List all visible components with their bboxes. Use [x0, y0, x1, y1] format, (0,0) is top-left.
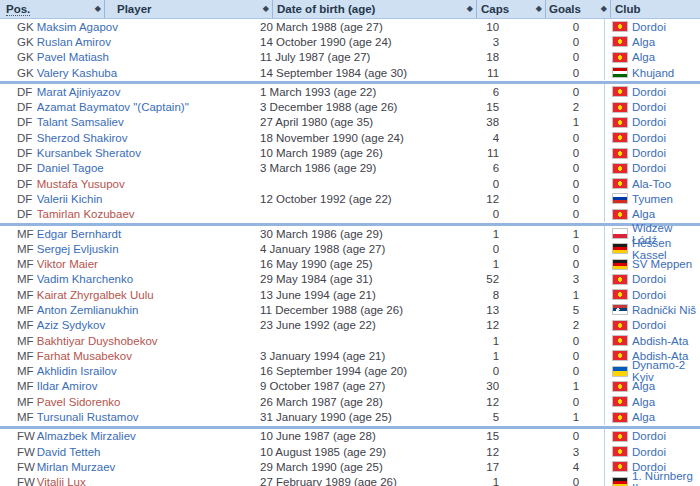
- column-header-dob[interactable]: Date of birth (age) ◆: [273, 0, 477, 18]
- player-link[interactable]: Tursunali Rustamov: [37, 411, 139, 423]
- player-link[interactable]: Pavel Sidorenko: [37, 396, 121, 408]
- club-link[interactable]: 1. Nürnberg II: [632, 470, 700, 486]
- player-link[interactable]: David Tetteh: [37, 446, 101, 458]
- table-row: MFSergej Evljuskin4 January 1988 (age 27…: [0, 241, 700, 256]
- position-cell: MF: [0, 396, 37, 408]
- player-link[interactable]: Sherzod Shakirov: [37, 132, 128, 144]
- club-link[interactable]: Radnički Niš: [632, 304, 696, 316]
- club-link[interactable]: Dordoi: [632, 21, 666, 33]
- dob-cell: 11 December 1988 (age 26): [260, 304, 436, 316]
- flag-ukraine-icon: [612, 366, 628, 377]
- goals-cell: 0: [499, 86, 604, 98]
- column-header-player[interactable]: Player ◆: [105, 0, 273, 18]
- flag-germany-icon: [612, 477, 628, 486]
- club-link[interactable]: Dordoi: [632, 101, 666, 113]
- club-link[interactable]: Tyumen: [632, 193, 673, 205]
- player-link[interactable]: Pavel Matiash: [37, 51, 109, 63]
- club-link[interactable]: Alga: [632, 51, 655, 63]
- player-link[interactable]: Kursanbek Sheratov: [37, 147, 141, 159]
- club-link[interactable]: Dordoi: [632, 319, 666, 331]
- table-row: MFPavel Sidorenko26 March 1987 (age 28)1…: [0, 394, 700, 409]
- club-link[interactable]: Dordoi: [632, 273, 666, 285]
- flag-kyrgyzstan-icon: [612, 320, 628, 331]
- dob-cell: 23 June 1992 (age 22): [260, 319, 436, 331]
- club-link[interactable]: Dordoi: [632, 162, 666, 174]
- club-link[interactable]: Alga: [632, 208, 655, 220]
- table-row: MFKairat Zhyrgalbek Uulu13 June 1994 (ag…: [0, 287, 700, 302]
- table-row: GKValery Kashuba14 September 1984 (age 3…: [0, 65, 700, 80]
- position-cell: MF: [0, 380, 37, 392]
- dob-cell: 27 April 1980 (age 35): [260, 116, 436, 128]
- player-link[interactable]: Valerii Kichin: [37, 193, 103, 205]
- sort-icon[interactable]: ◆: [263, 5, 269, 13]
- caps-header-label: Caps: [481, 3, 509, 15]
- position-cell: FW: [0, 476, 37, 486]
- player-link[interactable]: Edgar Bernhardt: [37, 228, 121, 240]
- club-link[interactable]: Alga: [632, 396, 655, 408]
- club-link[interactable]: Ala-Too: [632, 178, 671, 190]
- player-link[interactable]: Sergej Evljuskin: [37, 243, 119, 255]
- player-link[interactable]: Ildar Amirov: [37, 380, 98, 392]
- club-link[interactable]: Dordoi: [632, 86, 666, 98]
- club-link[interactable]: Dordoi: [632, 446, 666, 458]
- caps-cell: 0: [436, 208, 499, 220]
- club-link[interactable]: SV Meppen: [632, 258, 692, 270]
- goals-cell: 0: [499, 178, 604, 190]
- sort-icon[interactable]: ◆: [601, 5, 607, 13]
- player-link[interactable]: Mirlan Murzaev: [37, 461, 116, 473]
- player-link[interactable]: Vadim Kharchenko: [37, 273, 133, 285]
- club-cell: Alga: [604, 50, 700, 65]
- club-link[interactable]: Dordoi: [632, 289, 666, 301]
- player-link[interactable]: Talant Samsaliev: [37, 116, 124, 128]
- player-link[interactable]: Viktor Maier: [37, 258, 98, 270]
- table-row: MFVadim Kharchenko29 May 1984 (age 31)52…: [0, 272, 700, 287]
- player-link[interactable]: Farhat Musabekov: [37, 350, 132, 362]
- column-header-club[interactable]: Club: [611, 0, 700, 18]
- club-cell: Dordoi: [604, 115, 700, 130]
- player-link[interactable]: Azamat Baymatov "(Captain)": [37, 101, 189, 113]
- club-cell: Dordoi: [604, 272, 700, 287]
- club-link[interactable]: Dordoi: [632, 147, 666, 159]
- column-header-caps[interactable]: Caps ◆: [477, 0, 546, 18]
- player-link[interactable]: Akhlidin Israilov: [37, 365, 117, 377]
- player-link[interactable]: Bakhtiyar Duyshobekov: [37, 335, 158, 347]
- player-link[interactable]: Anton Zemlianukhin: [37, 304, 139, 316]
- player-cell: Edgar Bernhardt: [37, 228, 260, 240]
- sort-icon[interactable]: ◆: [536, 5, 542, 13]
- player-link[interactable]: Almazbek Mirzaliev: [37, 430, 136, 442]
- player-cell: Sergej Evljuskin: [37, 243, 260, 255]
- player-link[interactable]: Vitalij Lux: [37, 476, 86, 486]
- flag-kyrgyzstan-icon: [612, 102, 628, 113]
- club-cell: Dordoi: [604, 318, 700, 333]
- caps-cell: 13: [436, 304, 499, 316]
- player-cell: Almazbek Mirzaliev: [37, 430, 260, 442]
- player-link[interactable]: Valery Kashuba: [37, 67, 117, 79]
- sort-icon[interactable]: ◆: [467, 5, 473, 13]
- table-header-row: Pos. ◆ Player ◆ Date of birth (age) ◆ Ca…: [0, 0, 700, 19]
- dob-cell: 29 May 1984 (age 31): [260, 273, 436, 285]
- player-link[interactable]: Tamirlan Kozubaev: [37, 208, 135, 220]
- player-cell: Valery Kashuba: [37, 67, 260, 79]
- player-link[interactable]: Kairat Zhyrgalbek Uulu: [37, 289, 154, 301]
- goals-cell: 0: [499, 396, 604, 408]
- player-link[interactable]: Daniel Tagoe: [37, 162, 104, 174]
- player-link[interactable]: Ruslan Amirov: [37, 36, 111, 48]
- column-header-goals[interactable]: Goals ◆: [546, 0, 611, 18]
- player-link[interactable]: Marat Ajiniyazov: [37, 86, 121, 98]
- table-row: GKPavel Matiash11 July 1987 (age 27)180A…: [0, 50, 700, 65]
- player-link[interactable]: Mustafa Yusupov: [37, 178, 125, 190]
- club-link[interactable]: Dordoi: [632, 116, 666, 128]
- club-link[interactable]: Alga: [632, 36, 655, 48]
- player-link[interactable]: Aziz Sydykov: [37, 319, 105, 331]
- club-link[interactable]: Dordoi: [632, 430, 666, 442]
- goals-cell: 1: [499, 289, 604, 301]
- club-link[interactable]: Alga: [632, 380, 655, 392]
- club-link[interactable]: Alga: [632, 411, 655, 423]
- club-link[interactable]: Khujand: [632, 67, 674, 79]
- club-link[interactable]: Dordoi: [632, 132, 666, 144]
- player-link[interactable]: Maksim Agapov: [37, 21, 118, 33]
- club-link[interactable]: Abdish-Ata: [632, 335, 688, 347]
- sort-icon[interactable]: ◆: [95, 5, 101, 13]
- club-header-label: Club: [615, 3, 641, 15]
- column-header-pos[interactable]: Pos. ◆: [0, 0, 105, 18]
